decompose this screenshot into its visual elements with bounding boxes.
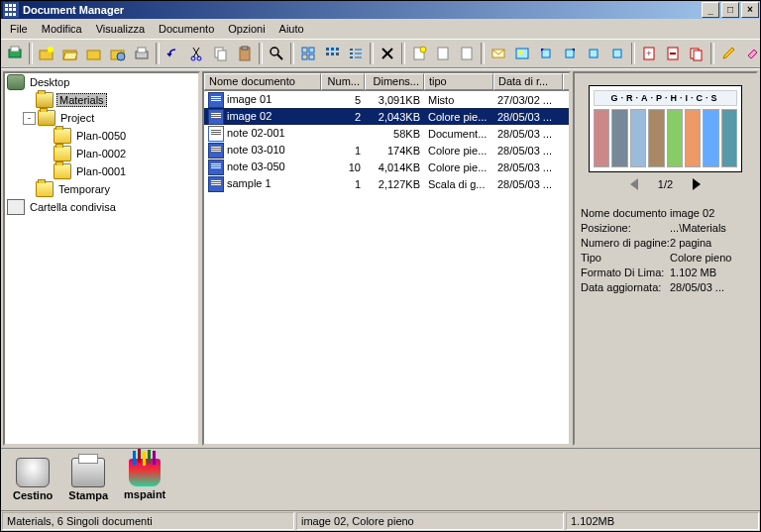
svg-rect-5 xyxy=(87,51,100,59)
doc-button-2[interactable] xyxy=(431,42,455,65)
list-row[interactable]: note 02-00158KBDocument...28/05/03 ... xyxy=(204,125,569,142)
svg-rect-38 xyxy=(438,48,448,59)
search-button[interactable] xyxy=(265,42,288,65)
svg-rect-13 xyxy=(218,51,226,60)
svg-rect-22 xyxy=(326,48,329,51)
doc-icon xyxy=(208,160,224,175)
folder-icon xyxy=(54,146,71,161)
app-window: Document Manager _ □ × File Modifica Vis… xyxy=(0,0,761,532)
paste-button[interactable] xyxy=(233,42,257,65)
list-row[interactable]: sample 112,127KBScala di g...28/05/03 ..… xyxy=(204,175,569,192)
col-dim[interactable]: Dimens... xyxy=(365,73,424,90)
folder-net-button[interactable] xyxy=(106,42,130,65)
menu-file[interactable]: File xyxy=(3,21,35,37)
col-tipo[interactable]: tipo xyxy=(424,73,493,90)
tree-item[interactable]: Temporary xyxy=(5,180,198,198)
svg-rect-19 xyxy=(309,48,314,53)
body-area: Desktop Materials-ProjectPlan-0050Plan-0… xyxy=(1,68,760,448)
svg-rect-28 xyxy=(350,49,353,51)
list-header: Nome documento Num... Dimens... tipo Dat… xyxy=(204,73,569,91)
minimize-button[interactable]: _ xyxy=(702,2,719,18)
menu-visualizza[interactable]: Visualizza xyxy=(89,21,152,37)
folder-star-button[interactable] xyxy=(82,42,106,65)
thumbnail[interactable]: G·R·A·P·H·I·C·S xyxy=(589,85,742,172)
undo-button[interactable] xyxy=(162,42,185,65)
svg-rect-43 xyxy=(542,50,550,57)
eraser-button[interactable] xyxy=(740,42,761,65)
view-small-icons-button[interactable] xyxy=(320,42,344,65)
print-button[interactable] xyxy=(130,42,154,65)
tree-item[interactable]: Plan-0001 xyxy=(5,162,198,180)
list-row[interactable]: note 03-050104,014KBColore pie...28/05/0… xyxy=(204,159,569,175)
next-page-button[interactable] xyxy=(693,178,701,190)
menu-documento[interactable]: Documento xyxy=(152,21,221,37)
menu-opzioni[interactable]: Opzioni xyxy=(221,21,272,37)
svg-rect-52 xyxy=(694,51,702,60)
folder-icon xyxy=(38,110,55,126)
doc-icon xyxy=(208,176,224,192)
app-icon xyxy=(3,2,19,18)
edit-button[interactable] xyxy=(582,42,605,65)
tree-item[interactable]: Materials xyxy=(5,91,198,109)
folder-icon xyxy=(36,181,54,197)
folder-new-button[interactable] xyxy=(35,42,58,65)
menu-aiuto[interactable]: Aiuto xyxy=(272,21,311,37)
tree-shared[interactable]: Cartella condivisa xyxy=(5,198,198,216)
tree-item[interactable]: -Project xyxy=(5,109,198,127)
col-num[interactable]: Num... xyxy=(321,73,365,90)
docs-button[interactable] xyxy=(685,42,708,65)
svg-rect-1 xyxy=(11,47,19,52)
status-size: 1.102MB xyxy=(566,512,759,530)
image-button[interactable] xyxy=(510,42,534,65)
view-large-icons-button[interactable] xyxy=(296,42,320,65)
col-date[interactable]: Data di r... xyxy=(493,73,563,90)
launch-paint[interactable]: mspaint xyxy=(124,459,165,500)
close-button[interactable]: × xyxy=(741,2,759,18)
status-bar: Materials, 6 Singoli documenti image 02,… xyxy=(1,510,760,531)
col-name[interactable]: Nome documento xyxy=(204,73,321,90)
status-folder: Materials, 6 Singoli documenti xyxy=(2,512,294,530)
folder-tree[interactable]: Desktop Materials-ProjectPlan-0050Plan-0… xyxy=(3,71,200,446)
mail-button[interactable] xyxy=(487,42,510,65)
tree-item[interactable]: Plan-0002 xyxy=(5,145,198,162)
maximize-button[interactable]: □ xyxy=(721,2,739,18)
launch-printer[interactable]: Stampa xyxy=(68,458,108,501)
doc-new-button[interactable] xyxy=(407,42,431,65)
properties: Nome documentoimage 02Posizione:...\Mate… xyxy=(581,204,750,296)
preview-panel: G·R·A·P·H·I·C·S 1/2 Nome documentoimage … xyxy=(573,71,758,446)
tree-desktop[interactable]: Desktop xyxy=(5,73,198,91)
titlebar: Document Manager _ □ × xyxy=(1,1,760,19)
cut-button[interactable] xyxy=(185,42,209,65)
word-doc-icon xyxy=(208,126,224,142)
scan-button[interactable] xyxy=(3,42,27,65)
doc-button-3[interactable] xyxy=(455,42,479,65)
list-row[interactable]: image 0153,091KBMisto27/03/02 ... xyxy=(204,91,569,108)
window-title: Document Manager xyxy=(23,4,701,16)
launch-trash[interactable]: Cestino xyxy=(13,458,53,501)
svg-rect-21 xyxy=(309,54,314,59)
copy-button[interactable] xyxy=(209,42,233,65)
doc-add-button[interactable]: + xyxy=(637,42,661,65)
svg-rect-24 xyxy=(336,48,339,51)
svg-rect-26 xyxy=(331,53,334,55)
document-list: Nome documento Num... Dimens... tipo Dat… xyxy=(202,71,571,446)
menu-modifica[interactable]: Modifica xyxy=(35,21,89,37)
svg-point-16 xyxy=(271,48,278,55)
svg-rect-45 xyxy=(590,50,598,57)
thumb-title: G·R·A·P·H·I·C·S xyxy=(594,90,737,106)
rotate-left-button[interactable] xyxy=(534,42,558,65)
list-row[interactable]: note 03-0101174KBColore pie...28/05/03 .… xyxy=(204,142,569,159)
send-button[interactable] xyxy=(605,42,629,65)
tree-item[interactable]: Plan-0050 xyxy=(5,127,198,145)
view-list-button[interactable] xyxy=(344,42,368,65)
paint-icon xyxy=(129,459,161,486)
doc-remove-button[interactable] xyxy=(661,42,685,65)
prev-page-button[interactable] xyxy=(630,178,638,190)
doc-icon xyxy=(208,143,224,159)
delete-button[interactable] xyxy=(376,42,399,65)
brush-button[interactable] xyxy=(716,42,740,65)
svg-rect-27 xyxy=(336,53,339,55)
list-row[interactable]: image 0222,043KBColore pie...28/05/03 ..… xyxy=(204,108,569,125)
rotate-right-button[interactable] xyxy=(558,42,582,65)
folder-open-button[interactable] xyxy=(58,42,82,65)
